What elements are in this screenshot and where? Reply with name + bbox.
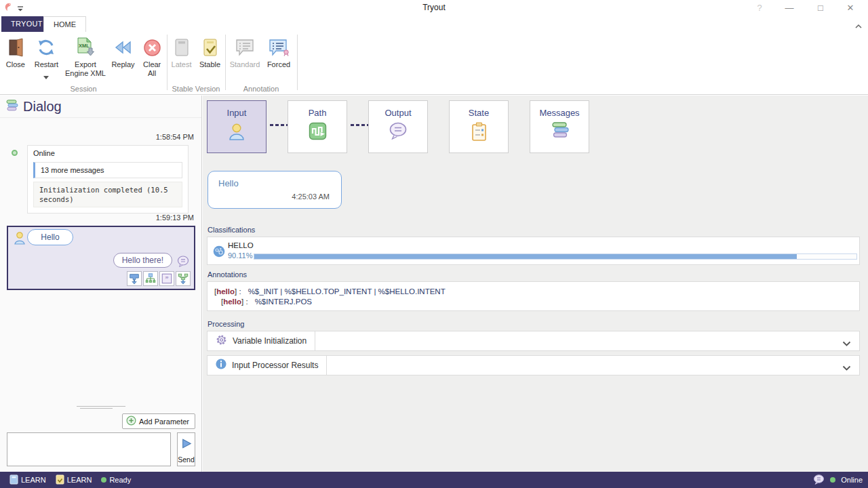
ribbon-button-label: Replay (111, 60, 134, 69)
more-messages-item[interactable]: 13 more messages (33, 162, 182, 178)
door-icon (7, 36, 24, 59)
dialog-panel-header: Dialog (0, 96, 201, 118)
window-title: Tryout (0, 3, 868, 12)
ribbon-group-annotation: Standard Forced Annotation (226, 32, 296, 94)
expand-chevron-icon[interactable] (842, 362, 851, 374)
tab-card-output[interactable]: Output (368, 100, 428, 153)
annotation-value: %$_INIT | %$HELLO.TOP_INTENT | %$HELLO.I… (248, 287, 446, 296)
classification-icon (213, 245, 225, 260)
show-path-button[interactable] (176, 271, 191, 286)
user-input-field[interactable] (7, 432, 171, 466)
annotations-section-label: Annotations (208, 270, 247, 279)
show-output-text-button[interactable]: ” (159, 271, 174, 286)
bracket: ] : (235, 287, 241, 296)
send-icon (181, 438, 192, 452)
selected-dialog-turn[interactable]: Hello Hello there! ” (7, 226, 195, 290)
restart-button[interactable]: Restart (31, 35, 62, 83)
card-label: Output (384, 108, 411, 118)
tab-card-messages[interactable]: Messages (530, 100, 589, 153)
close-session-button[interactable]: Close (1, 35, 30, 83)
replay-icon (115, 36, 132, 59)
dialog-panel: Dialog 1:58:54 PM Online 13 more message… (0, 96, 202, 472)
help-button[interactable]: ? (746, 0, 773, 16)
ready-dot-icon (101, 477, 106, 483)
status-item-learn-stable[interactable]: LEARN (56, 474, 92, 486)
ribbon-tab-row: TRYOUT HOME (0, 16, 868, 32)
latest-book-icon (174, 36, 190, 59)
clear-all-button[interactable]: Clear All (138, 35, 165, 83)
processing-row-header: Input Processor Results (208, 356, 327, 375)
status-item-learn-latest[interactable]: LEARN (9, 474, 46, 486)
online-status-label: Online (33, 149, 182, 157)
system-message-group[interactable]: Online 13 more messages Initialization c… (27, 145, 189, 214)
bot-message-bubble[interactable]: Hello there! (113, 253, 172, 268)
ribbon-separator (225, 35, 226, 90)
show-flow-button[interactable] (143, 271, 158, 286)
ribbon: Close Restart XML Export Engine XML (0, 32, 868, 95)
online-dot-icon (830, 477, 835, 483)
export-engine-xml-button[interactable]: XML Export Engine XML (63, 35, 107, 83)
svg-text:XML: XML (79, 43, 90, 49)
classifications-section-label: Classifications (208, 226, 255, 234)
stable-button[interactable]: Stable (196, 35, 224, 70)
turn2-timestamp: 1:59:13 PM (156, 214, 194, 222)
input-text: Hello (218, 178, 239, 188)
classification-name: HELLO (228, 241, 254, 249)
info-icon (216, 359, 226, 372)
ribbon-button-label: Clear All (139, 60, 165, 77)
clipboard-icon (471, 122, 488, 144)
input-text-card[interactable]: Hello 4:25:03 AM (208, 171, 342, 209)
svg-text:”: ” (165, 275, 169, 283)
tab-card-input[interactable]: Input (207, 100, 267, 153)
card-label: State (469, 108, 489, 118)
plus-icon (126, 415, 136, 427)
processing-row-variable-initialization[interactable]: Variable Initialization (207, 331, 860, 351)
annotations-panel: [hello] :%$_INIT | %$HELLO.TOP_INTENT | … (207, 281, 860, 311)
connector-dashes (351, 124, 370, 126)
dialog-icon (5, 100, 18, 114)
input-timestamp: 4:25:03 AM (292, 192, 330, 201)
ribbon-group-label: Annotation (226, 85, 296, 93)
tree-down-icon (177, 272, 189, 285)
tab-card-path[interactable]: Path (288, 100, 347, 153)
ribbon-separator (167, 35, 167, 90)
tab-card-state[interactable]: State (449, 100, 509, 153)
xml-document-icon: XML (76, 36, 95, 59)
message-action-buttons: ” (127, 271, 191, 286)
ribbon-group-label: Stable Version (168, 85, 224, 93)
expand-chevron-icon[interactable] (842, 338, 851, 350)
minimize-button[interactable]: — (776, 0, 803, 16)
chat-bubble-icon[interactable] (813, 474, 825, 486)
classification-percent: 90.11% (228, 251, 253, 260)
add-parameter-button[interactable]: Add Parameter (122, 413, 195, 429)
ribbon-button-label: Stable (199, 60, 220, 69)
show-input-button[interactable] (127, 271, 142, 286)
confidence-bar-fill (254, 254, 797, 259)
status-item-label: Ready (109, 476, 131, 484)
forced-annotation-button[interactable]: Forced (263, 35, 294, 70)
clear-all-icon (143, 36, 161, 59)
send-button[interactable]: Send (177, 432, 195, 466)
annotation-row: [hello] :%$INTERJ.POS (214, 297, 852, 307)
title-bar: Tryout ? — □ ✕ (0, 0, 868, 16)
annotation-row: [hello] :%$_INIT | %$HELLO.TOP_INTENT | … (214, 287, 852, 297)
status-item-label: LEARN (21, 476, 46, 484)
forced-annotation-icon (269, 36, 289, 59)
status-right: Online (813, 474, 863, 486)
annotation-key: hello (223, 298, 241, 306)
panel-splitter-handle[interactable] (0, 406, 201, 411)
collapse-ribbon-icon[interactable] (854, 20, 863, 33)
latest-button: Latest (168, 35, 195, 70)
ribbon-button-label: Standard (230, 60, 260, 69)
user-message-bubble[interactable]: Hello (27, 229, 73, 245)
window-close-button[interactable]: ✕ (837, 0, 864, 16)
maximize-button[interactable]: □ (807, 0, 834, 16)
restart-dropdown-icon[interactable] (43, 70, 49, 82)
replay-button[interactable]: Replay (109, 35, 138, 83)
processing-row-input-processor-results[interactable]: Input Processor Results (207, 355, 860, 375)
connector-dashes (270, 124, 290, 126)
speech-bubble-icon (389, 122, 408, 142)
tab-home[interactable]: HOME (43, 16, 86, 32)
gear-icon (216, 334, 227, 348)
path-icon (309, 122, 327, 143)
